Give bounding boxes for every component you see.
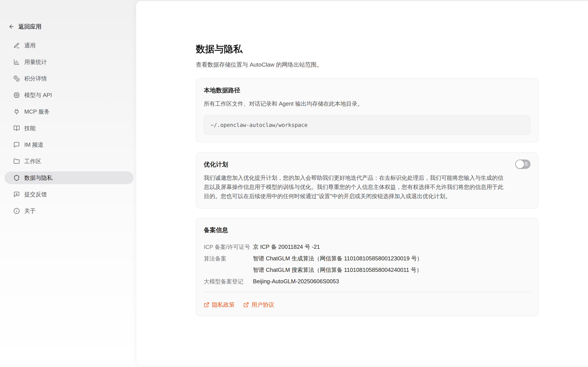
privacy-policy-label: 隐私政策 [212, 301, 234, 309]
optimization-plan-description: 我们诚邀您加入优化提升计划，您的加入会帮助我们更好地迭代产品：在去标识化处理后，… [204, 173, 504, 201]
main-panel: 数据与隐私 查看数据存储位置与 AutoClaw 的网络出站范围。 本地数据路径… [136, 1, 588, 366]
sidebar-item-credits[interactable]: 积分详情 [5, 72, 134, 85]
filing-row-label: ICP 备案/许可证号 [204, 244, 253, 250]
legal-links: 隐私政策 用户协议 [204, 301, 531, 309]
bar-chart-icon [13, 59, 20, 65]
book-open-icon [13, 125, 20, 131]
folder-icon [13, 158, 20, 165]
sidebar-item-general[interactable]: 通用 [5, 39, 134, 52]
message-square-icon [13, 142, 20, 148]
info-icon [13, 208, 20, 214]
filing-info-card: 备案信息 ICP 备案/许可证号 京 ICP 备 20011824 号 -21 … [196, 218, 538, 316]
sidebar-item-label: 用量统计 [24, 58, 47, 66]
filing-row-value: 智谱 ChatGLM 生成算法（网信算备 1101081058580012300… [253, 256, 423, 261]
coins-icon [13, 75, 20, 82]
shield-icon [13, 175, 20, 181]
optimization-plan-title: 优化计划 [204, 161, 531, 168]
sidebar-item-im-channels[interactable]: IM 频道 [5, 138, 134, 151]
filing-rows: ICP 备案/许可证号 京 ICP 备 20011824 号 -21 算法备案 … [204, 244, 531, 284]
privacy-policy-link[interactable]: 隐私政策 [204, 301, 234, 309]
back-to-app-label: 返回应用 [18, 23, 41, 31]
sidebar-item-usage-stats[interactable]: 用量统计 [5, 56, 134, 68]
optimization-plan-toggle[interactable]: 关 [515, 159, 531, 169]
sidebar-item-label: 数据与隐私 [24, 174, 53, 182]
sidebar-item-label: 积分详情 [24, 75, 47, 83]
local-data-path-description: 所有工作区文件、对话记录和 Agent 输出均存储在此本地目录。 [204, 100, 531, 107]
sidebar-item-label: 技能 [24, 124, 36, 132]
plug-icon [13, 108, 20, 115]
local-data-path-field[interactable]: ~/.openclaw-autoclaw/workspace [204, 115, 531, 135]
arrow-left-icon [8, 24, 14, 30]
sidebar-item-data-privacy[interactable]: 数据与隐私 [5, 171, 134, 184]
sidebar-item-models-api[interactable]: 模型与 API [5, 89, 134, 101]
external-link-icon [243, 302, 249, 308]
pencil-icon [13, 42, 20, 49]
settings-window: 返回应用 通用 用量统计 积分详情 模型与 API MCP 服务 [0, 0, 588, 367]
filing-row-llm-registration: 大模型备案登记 Beijing-AutoGLM-20250606S0053 [204, 278, 531, 284]
sidebar-item-mcp-services[interactable]: MCP 服务 [5, 105, 134, 118]
sidebar-item-feedback[interactable]: 提交反馈 [5, 188, 134, 201]
sidebar-item-label: MCP 服务 [24, 108, 50, 116]
filing-row-value: Beijing-AutoGLM-20250606S0053 [253, 278, 339, 284]
filing-row-label: 算法备案 [204, 256, 253, 273]
filing-row-algorithm: 算法备案 智谱 ChatGLM 生成算法（网信算备 11010810585800… [204, 256, 531, 273]
filing-row-value: 智谱 ChatGLM 搜索算法（网信算备 1101081058580042400… [253, 267, 423, 273]
sidebar-item-label: 工作区 [24, 157, 41, 165]
toggle-knob [516, 160, 524, 168]
divider [204, 292, 531, 292]
page-subtitle: 查看数据存储位置与 AutoClaw 的网络出站范围。 [196, 61, 538, 68]
user-agreement-label: 用户协议 [251, 301, 274, 309]
filing-row-label: 大模型备案登记 [204, 278, 253, 284]
sidebar-item-label: 模型与 API [24, 91, 52, 99]
filing-row-icp: ICP 备案/许可证号 京 ICP 备 20011824 号 -21 [204, 244, 531, 250]
sidebar-item-workspace[interactable]: 工作区 [5, 155, 134, 167]
filing-row-value: 京 ICP 备 20011824 号 -21 [253, 244, 320, 250]
local-data-path-title: 本地数据路径 [204, 87, 531, 94]
sidebar-item-about[interactable]: 关于 [5, 205, 134, 217]
page-title: 数据与隐私 [196, 44, 538, 54]
message-square-plus-icon [13, 191, 20, 198]
sidebar-nav: 通用 用量统计 积分详情 模型与 API MCP 服务 技能 [5, 39, 134, 217]
sidebar-item-label: 提交反馈 [24, 191, 47, 198]
optimization-plan-card: 优化计划 关 我们诚邀您加入优化提升计划，您的加入会帮助我们更好地迭代产品：在去… [196, 152, 538, 209]
back-to-app-button[interactable]: 返回应用 [5, 22, 134, 31]
sidebar-item-label: 通用 [24, 42, 36, 49]
sidebar-item-label: IM 频道 [24, 141, 44, 149]
local-data-path-card: 本地数据路径 所有工作区文件、对话记录和 Agent 输出均存储在此本地目录。 … [196, 78, 538, 142]
external-link-icon [204, 302, 209, 308]
cpu-icon [13, 92, 20, 98]
filing-info-title: 备案信息 [204, 226, 531, 234]
sidebar-item-skills[interactable]: 技能 [5, 122, 134, 134]
user-agreement-link[interactable]: 用户协议 [243, 301, 274, 309]
sidebar-item-label: 关于 [24, 207, 36, 215]
sidebar: 返回应用 通用 用量统计 积分详情 模型与 API MCP 服务 [0, 0, 138, 367]
settings-content: 数据与隐私 查看数据存储位置与 AutoClaw 的网络出站范围。 本地数据路径… [196, 1, 538, 316]
toggle-state-label: 关 [524, 161, 529, 167]
